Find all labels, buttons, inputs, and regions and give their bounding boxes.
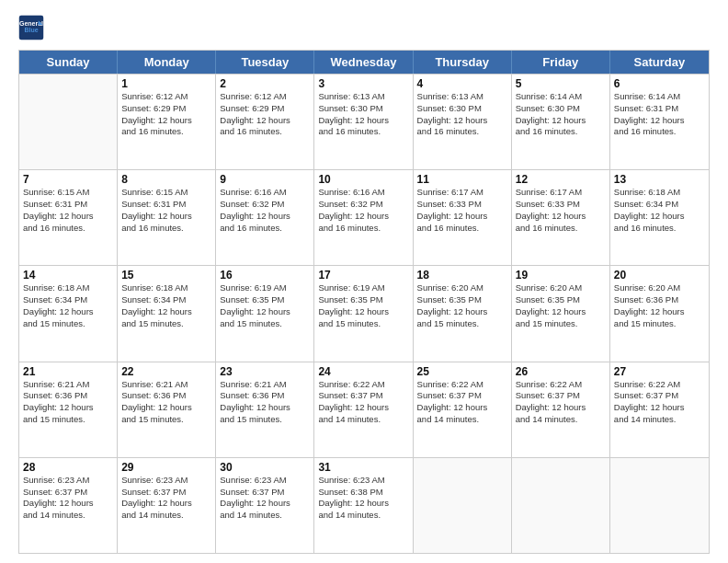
day-info: Sunrise: 6:22 AMSunset: 6:37 PMDaylight:…	[417, 379, 507, 426]
day-cell-21: 21Sunrise: 6:21 AMSunset: 6:36 PMDayligh…	[19, 362, 118, 457]
day-number: 5	[516, 77, 606, 90]
day-number: 16	[220, 269, 310, 282]
day-number: 17	[318, 269, 408, 282]
calendar-header: SundayMondayTuesdayWednesdayThursdayFrid…	[19, 51, 709, 74]
day-cell-30: 30Sunrise: 6:23 AMSunset: 6:37 PMDayligh…	[216, 458, 314, 553]
logo-icon: General Blue	[18, 15, 44, 40]
day-cell-5: 5Sunrise: 6:14 AMSunset: 6:30 PMDaylight…	[512, 75, 610, 169]
day-info: Sunrise: 6:22 AMSunset: 6:37 PMDaylight:…	[318, 379, 408, 426]
day-cell-7: 7Sunrise: 6:15 AMSunset: 6:31 PMDaylight…	[19, 170, 118, 265]
day-info: Sunrise: 6:13 AMSunset: 6:30 PMDaylight:…	[318, 91, 408, 138]
day-number: 22	[121, 365, 211, 378]
day-number: 19	[516, 269, 606, 282]
day-cell-14: 14Sunrise: 6:18 AMSunset: 6:34 PMDayligh…	[19, 266, 118, 361]
day-info: Sunrise: 6:18 AMSunset: 6:34 PMDaylight:…	[23, 282, 113, 329]
header: General Blue	[18, 15, 710, 40]
day-cell-20: 20Sunrise: 6:20 AMSunset: 6:36 PMDayligh…	[610, 266, 709, 361]
day-number: 3	[318, 77, 408, 90]
day-info: Sunrise: 6:23 AMSunset: 6:37 PMDaylight:…	[220, 475, 310, 522]
day-info: Sunrise: 6:17 AMSunset: 6:33 PMDaylight:…	[417, 187, 507, 234]
day-number: 18	[417, 269, 507, 282]
day-info: Sunrise: 6:22 AMSunset: 6:37 PMDaylight:…	[614, 379, 705, 426]
weekday-header-monday: Monday	[118, 51, 216, 74]
day-info: Sunrise: 6:16 AMSunset: 6:32 PMDaylight:…	[318, 187, 408, 234]
weekday-header-wednesday: Wednesday	[314, 51, 413, 74]
day-cell-12: 12Sunrise: 6:17 AMSunset: 6:33 PMDayligh…	[512, 170, 610, 265]
day-info: Sunrise: 6:20 AMSunset: 6:35 PMDaylight:…	[516, 282, 606, 329]
day-cell-25: 25Sunrise: 6:22 AMSunset: 6:37 PMDayligh…	[414, 362, 512, 457]
day-number: 21	[23, 365, 113, 378]
day-number: 2	[220, 77, 310, 90]
weekday-header-friday: Friday	[512, 51, 610, 74]
day-info: Sunrise: 6:21 AMSunset: 6:36 PMDaylight:…	[23, 379, 113, 426]
day-number: 15	[121, 269, 211, 282]
weekday-header-saturday: Saturday	[610, 51, 709, 74]
logo: General Blue	[18, 15, 44, 40]
day-info: Sunrise: 6:12 AMSunset: 6:29 PMDaylight:…	[121, 91, 211, 138]
day-cell-17: 17Sunrise: 6:19 AMSunset: 6:35 PMDayligh…	[314, 266, 413, 361]
day-cell-24: 24Sunrise: 6:22 AMSunset: 6:37 PMDayligh…	[314, 362, 413, 457]
calendar-body: 1Sunrise: 6:12 AMSunset: 6:29 PMDaylight…	[19, 74, 709, 553]
day-number: 4	[417, 77, 507, 90]
day-cell-26: 26Sunrise: 6:22 AMSunset: 6:37 PMDayligh…	[512, 362, 610, 457]
day-cell-9: 9Sunrise: 6:16 AMSunset: 6:32 PMDaylight…	[216, 170, 314, 265]
day-info: Sunrise: 6:13 AMSunset: 6:30 PMDaylight:…	[417, 91, 507, 138]
day-info: Sunrise: 6:16 AMSunset: 6:32 PMDaylight:…	[220, 187, 310, 234]
day-number: 14	[23, 269, 113, 282]
day-cell-4: 4Sunrise: 6:13 AMSunset: 6:30 PMDaylight…	[414, 75, 512, 169]
day-cell-31: 31Sunrise: 6:23 AMSunset: 6:38 PMDayligh…	[314, 458, 413, 553]
day-info: Sunrise: 6:17 AMSunset: 6:33 PMDaylight:…	[516, 187, 606, 234]
day-number: 8	[121, 173, 211, 186]
day-cell-19: 19Sunrise: 6:20 AMSunset: 6:35 PMDayligh…	[512, 266, 610, 361]
day-number: 23	[220, 365, 310, 378]
day-cell-13: 13Sunrise: 6:18 AMSunset: 6:34 PMDayligh…	[610, 170, 709, 265]
weekday-header-tuesday: Tuesday	[216, 51, 314, 74]
day-cell-27: 27Sunrise: 6:22 AMSunset: 6:37 PMDayligh…	[610, 362, 709, 457]
day-info: Sunrise: 6:19 AMSunset: 6:35 PMDaylight:…	[220, 282, 310, 329]
empty-cell	[512, 458, 610, 553]
day-number: 28	[23, 461, 113, 474]
day-number: 20	[614, 269, 705, 282]
day-cell-28: 28Sunrise: 6:23 AMSunset: 6:37 PMDayligh…	[19, 458, 118, 553]
empty-cell	[19, 75, 118, 169]
day-number: 11	[417, 173, 507, 186]
day-info: Sunrise: 6:14 AMSunset: 6:30 PMDaylight:…	[516, 91, 606, 138]
calendar: SundayMondayTuesdayWednesdayThursdayFrid…	[18, 50, 710, 554]
svg-text:Blue: Blue	[24, 27, 38, 33]
day-cell-29: 29Sunrise: 6:23 AMSunset: 6:37 PMDayligh…	[118, 458, 216, 553]
day-info: Sunrise: 6:23 AMSunset: 6:38 PMDaylight:…	[318, 475, 408, 522]
day-number: 26	[516, 365, 606, 378]
day-number: 27	[614, 365, 705, 378]
calendar-row-1: 1Sunrise: 6:12 AMSunset: 6:29 PMDaylight…	[19, 74, 709, 169]
day-info: Sunrise: 6:21 AMSunset: 6:36 PMDaylight:…	[220, 379, 310, 426]
day-cell-6: 6Sunrise: 6:14 AMSunset: 6:31 PMDaylight…	[610, 75, 709, 169]
calendar-row-5: 28Sunrise: 6:23 AMSunset: 6:37 PMDayligh…	[19, 457, 709, 553]
day-number: 10	[318, 173, 408, 186]
day-info: Sunrise: 6:12 AMSunset: 6:29 PMDaylight:…	[220, 91, 310, 138]
empty-cell	[414, 458, 512, 553]
day-info: Sunrise: 6:15 AMSunset: 6:31 PMDaylight:…	[121, 187, 211, 234]
day-info: Sunrise: 6:20 AMSunset: 6:35 PMDaylight:…	[417, 282, 507, 329]
day-cell-8: 8Sunrise: 6:15 AMSunset: 6:31 PMDaylight…	[118, 170, 216, 265]
day-number: 9	[220, 173, 310, 186]
day-cell-1: 1Sunrise: 6:12 AMSunset: 6:29 PMDaylight…	[118, 75, 216, 169]
day-number: 24	[318, 365, 408, 378]
empty-cell	[610, 458, 709, 553]
calendar-row-4: 21Sunrise: 6:21 AMSunset: 6:36 PMDayligh…	[19, 362, 709, 457]
day-number: 30	[220, 461, 310, 474]
weekday-header-sunday: Sunday	[19, 51, 118, 74]
day-cell-18: 18Sunrise: 6:20 AMSunset: 6:35 PMDayligh…	[414, 266, 512, 361]
day-info: Sunrise: 6:18 AMSunset: 6:34 PMDaylight:…	[121, 282, 211, 329]
day-info: Sunrise: 6:15 AMSunset: 6:31 PMDaylight:…	[23, 187, 113, 234]
day-cell-23: 23Sunrise: 6:21 AMSunset: 6:36 PMDayligh…	[216, 362, 314, 457]
day-cell-16: 16Sunrise: 6:19 AMSunset: 6:35 PMDayligh…	[216, 266, 314, 361]
day-cell-22: 22Sunrise: 6:21 AMSunset: 6:36 PMDayligh…	[118, 362, 216, 457]
day-cell-11: 11Sunrise: 6:17 AMSunset: 6:33 PMDayligh…	[414, 170, 512, 265]
day-number: 25	[417, 365, 507, 378]
day-number: 7	[23, 173, 113, 186]
calendar-row-3: 14Sunrise: 6:18 AMSunset: 6:34 PMDayligh…	[19, 265, 709, 361]
day-number: 6	[614, 77, 705, 90]
day-info: Sunrise: 6:14 AMSunset: 6:31 PMDaylight:…	[614, 91, 705, 138]
day-cell-3: 3Sunrise: 6:13 AMSunset: 6:30 PMDaylight…	[314, 75, 413, 169]
page: General Blue SundayMondayTuesdayWednesda…	[0, 0, 728, 563]
